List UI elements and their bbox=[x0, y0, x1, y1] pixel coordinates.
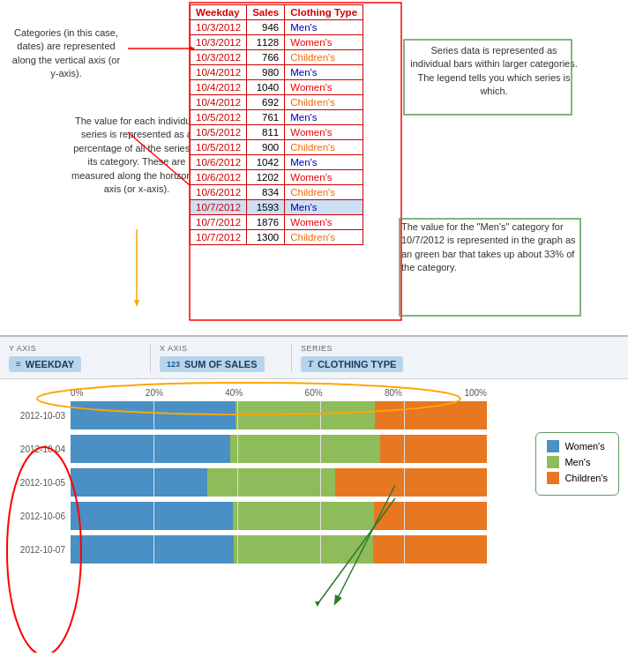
bar-segment-womens bbox=[71, 435, 230, 463]
top-section: Categories (in this case, dates) are rep… bbox=[0, 0, 628, 335]
table-row: 10/6/2012834Children's bbox=[191, 185, 363, 200]
bar-segment-childrens bbox=[373, 535, 487, 564]
cell-date: 10/6/2012 bbox=[191, 155, 247, 170]
legend-label: Children's bbox=[564, 473, 608, 483]
cell-clothing: Children's bbox=[285, 230, 363, 245]
x-axis-group: X AXIS 123 SUM OF SALES bbox=[150, 344, 291, 372]
cell-sales: 1042 bbox=[247, 155, 285, 170]
cell-sales: 1876 bbox=[247, 215, 285, 230]
table-row: 10/4/20121040Women's bbox=[191, 80, 363, 95]
series-pill: T CLOTHING TYPE bbox=[301, 356, 403, 372]
chart-bars: 2012-10-032012-10-042012-10-052012-10-06… bbox=[71, 401, 487, 564]
table-row: 10/3/2012766Children's bbox=[191, 50, 363, 65]
legend: Women'sMen'sChildren's bbox=[535, 432, 619, 496]
legend-item: Children's bbox=[547, 472, 608, 484]
legend-label: Women's bbox=[564, 441, 604, 452]
cell-clothing: Men's bbox=[285, 200, 363, 215]
cell-clothing: Children's bbox=[285, 140, 363, 155]
table-row: 10/5/2012900Children's bbox=[191, 140, 363, 155]
cell-clothing: Men's bbox=[285, 110, 363, 125]
table-row: 10/6/20121042Men's bbox=[191, 155, 363, 170]
y-axis-label: Y AXIS bbox=[9, 344, 141, 353]
series-value: CLOTHING TYPE bbox=[318, 359, 396, 370]
bar-segment-childrens bbox=[374, 502, 487, 530]
annotation-categories: Categories (in this case, dates) are rep… bbox=[9, 26, 123, 81]
bar-group: 2012-10-07 bbox=[71, 535, 487, 564]
cell-date: 10/3/2012 bbox=[191, 50, 247, 65]
legend-label: Men's bbox=[564, 457, 590, 467]
cell-clothing: Children's bbox=[285, 185, 363, 200]
bar-track bbox=[71, 468, 487, 497]
bar-y-label: 2012-10-07 bbox=[0, 545, 71, 555]
table-row: 10/5/2012811Women's bbox=[191, 125, 363, 140]
bar-segment-childrens bbox=[375, 401, 487, 429]
cell-sales: 1202 bbox=[247, 170, 285, 185]
cell-sales: 1300 bbox=[247, 230, 285, 245]
cell-sales: 980 bbox=[247, 65, 285, 80]
cell-date: 10/5/2012 bbox=[191, 110, 247, 125]
cell-date: 10/7/2012 bbox=[191, 230, 247, 245]
table-row: 10/7/20121300Children's bbox=[191, 230, 363, 245]
x-label: 60% bbox=[305, 388, 323, 398]
bar-segment-childrens bbox=[335, 468, 487, 497]
legend-item: Men's bbox=[547, 456, 608, 468]
table-row: 10/5/2012761Men's bbox=[191, 110, 363, 125]
cell-sales: 1593 bbox=[247, 200, 285, 215]
table-row: 10/4/2012980Men's bbox=[191, 65, 363, 80]
bar-track bbox=[71, 435, 487, 463]
cell-clothing: Women's bbox=[285, 125, 363, 140]
table-row: 10/6/20121202Women's bbox=[191, 170, 363, 185]
legend-swatch bbox=[547, 456, 559, 468]
cell-date: 10/4/2012 bbox=[191, 65, 247, 80]
legend-swatch bbox=[547, 440, 559, 452]
x-axis-pill: 123 SUM OF SALES bbox=[160, 356, 265, 372]
bar-segment-womens bbox=[71, 401, 236, 429]
cell-clothing: Women's bbox=[285, 80, 363, 95]
bar-segment-mens bbox=[230, 435, 380, 463]
col-header-clothing: Clothing Type bbox=[285, 5, 363, 20]
table-row: 10/3/2012946Men's bbox=[191, 20, 363, 35]
bar-segment-mens bbox=[234, 535, 373, 564]
bar-segment-childrens bbox=[380, 435, 486, 463]
y-axis-group: Y AXIS ≡ WEEKDAY bbox=[9, 344, 150, 372]
data-table: Weekday Sales Clothing Type 10/3/2012946… bbox=[190, 4, 363, 245]
table-row: 10/7/20121593Men's bbox=[191, 200, 363, 215]
legend-item: Women's bbox=[547, 440, 608, 452]
x-axis-label: X AXIS bbox=[160, 344, 282, 353]
cell-sales: 692 bbox=[247, 95, 285, 110]
x-label: 20% bbox=[146, 388, 163, 398]
bar-y-label: 2012-10-03 bbox=[0, 411, 71, 421]
col-header-weekday: Weekday bbox=[191, 5, 247, 20]
text-icon: T bbox=[308, 359, 313, 369]
x-axis-labels: 0%20%40%60%80%100% bbox=[71, 388, 487, 398]
cell-sales: 834 bbox=[247, 185, 285, 200]
cell-date: 10/3/2012 bbox=[191, 20, 247, 35]
bar-y-label: 2012-10-05 bbox=[0, 478, 71, 488]
table-row: 10/7/20121876Women's bbox=[191, 215, 363, 230]
cell-clothing: Women's bbox=[285, 215, 363, 230]
bar-segment-womens bbox=[71, 502, 233, 530]
annotation-series: Series data is represented as individual… bbox=[410, 44, 578, 99]
cell-sales: 1128 bbox=[247, 35, 285, 50]
bar-segment-mens bbox=[236, 401, 374, 429]
cell-clothing: Women's bbox=[285, 35, 363, 50]
data-table-wrapper: Weekday Sales Clothing Type 10/3/2012946… bbox=[190, 4, 363, 245]
bar-track bbox=[71, 502, 487, 530]
cell-sales: 900 bbox=[247, 140, 285, 155]
bar-group: 2012-10-06 bbox=[71, 502, 487, 530]
bar-group: 2012-10-05 bbox=[71, 468, 487, 497]
y-axis-value: WEEKDAY bbox=[26, 359, 74, 370]
bar-y-label: 2012-10-06 bbox=[0, 511, 71, 521]
cell-date: 10/7/2012 bbox=[191, 215, 247, 230]
cell-date: 10/3/2012 bbox=[191, 35, 247, 50]
cell-sales: 1040 bbox=[247, 80, 285, 95]
col-header-sales: Sales bbox=[247, 5, 285, 20]
legend-swatch bbox=[547, 472, 559, 484]
x-axis-value: SUM OF SALES bbox=[184, 359, 258, 370]
series-group: SERIES T CLOTHING TYPE bbox=[291, 344, 432, 372]
x-label: 80% bbox=[385, 388, 402, 398]
annotation-percentage: The value for each individual series is … bbox=[71, 115, 203, 196]
cell-clothing: Men's bbox=[285, 20, 363, 35]
x-label: 100% bbox=[464, 388, 487, 398]
bar-segment-womens bbox=[71, 468, 207, 497]
